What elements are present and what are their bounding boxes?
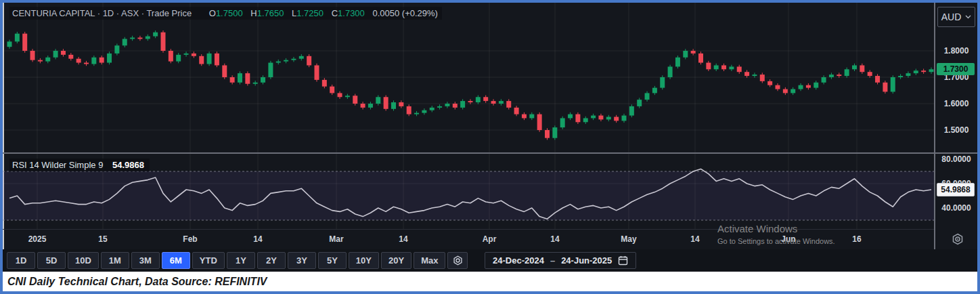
time-axis-label: Jun — [781, 234, 795, 244]
time-axis-label: 15 — [98, 234, 107, 244]
time-axis-label: 2025 — [28, 234, 47, 244]
high-value: 1.7650 — [257, 8, 284, 18]
gear-icon — [952, 233, 964, 245]
low-value: 1.7250 — [296, 8, 324, 18]
rsi-value: 54.9868 — [112, 160, 144, 170]
time-axis-label: 14 — [253, 234, 262, 244]
time-axis-label: 14 — [399, 234, 407, 244]
range-button-5d[interactable]: 5D — [37, 252, 66, 269]
symbol-legend[interactable]: CENTURIA CAPITAL · 1D · ASX · Trade Pric… — [9, 7, 442, 20]
chevron-down-icon — [965, 15, 971, 19]
range-button-10d[interactable]: 10D — [68, 252, 99, 269]
time-axis-label: May — [621, 234, 636, 244]
chart-caption: CNI Daily Technical Chart, Data Source: … — [3, 272, 977, 291]
pane-separator[interactable] — [3, 152, 977, 154]
range-button-20y[interactable]: 20Y — [381, 252, 411, 269]
scale-tick-label: 40.0000 — [935, 203, 977, 213]
range-button-max[interactable]: Max — [414, 252, 445, 269]
change-value: 0.0050 (+0.29%) — [372, 8, 437, 18]
calendar-icon — [618, 255, 628, 266]
high-label: H — [250, 8, 257, 18]
date-dash: – — [550, 255, 555, 266]
rsi-label: RSI 14 Wilder Simple 9 — [12, 160, 103, 170]
date-to: 24-Jun-2025 — [561, 255, 612, 266]
range-button-2y[interactable]: 2Y — [257, 252, 286, 269]
currency-selector[interactable]: AUD — [937, 7, 975, 27]
range-button-ytd[interactable]: YTD — [192, 252, 225, 269]
range-toolbar: 1D5D10D1M3M6MYTD1Y2Y3Y5Y10Y20YMax 24-Dec… — [3, 249, 977, 272]
last-price-badge: 1.7300 — [937, 63, 975, 75]
range-button-10y[interactable]: 10Y — [349, 252, 379, 269]
range-button-1m[interactable]: 1M — [101, 252, 129, 269]
time-axis-label: 14 — [690, 234, 699, 244]
time-axis-label: 16 — [852, 234, 861, 244]
scale-tick-label: 1.6000 — [935, 99, 977, 108]
time-axis[interactable]: 202515Feb14Mar14Apr14May14Jun16 — [3, 229, 934, 249]
time-axis-label: Apr — [483, 234, 497, 244]
time-axis-label: Feb — [183, 234, 197, 244]
open-label: O — [209, 8, 216, 18]
open-value: 1.7500 — [216, 8, 243, 18]
range-button-3y[interactable]: 3Y — [288, 252, 316, 269]
date-range-picker[interactable]: 24-Dec-2024 – 24-Jun-2025 — [485, 252, 636, 269]
symbol-title: CENTURIA CAPITAL · 1D · ASX · Trade Pric… — [12, 8, 192, 18]
scale-settings-gear-icon[interactable] — [950, 232, 966, 247]
scale-tick-label: 80.0000 — [935, 154, 977, 164]
rsi-value-badge: 54.9868 — [937, 183, 975, 196]
range-button-3m[interactable]: 3M — [131, 252, 160, 269]
range-button-1y[interactable]: 1Y — [227, 252, 255, 269]
range-button-6m[interactable]: 6M — [162, 252, 190, 269]
date-from: 24-Dec-2024 — [493, 255, 544, 266]
close-label: C — [332, 8, 338, 18]
close-value: 1.7300 — [338, 8, 365, 18]
rsi-legend[interactable]: RSI 14 Wilder Simple 9 54.9868 — [9, 159, 150, 171]
time-axis-label: 14 — [550, 234, 559, 244]
chart-window: CENTURIA CAPITAL · 1D · ASX · Trade Pric… — [3, 3, 977, 291]
price-chart-canvas[interactable] — [3, 3, 934, 249]
image-frame: CENTURIA CAPITAL · 1D · ASX · Trade Pric… — [0, 0, 980, 294]
scale-tick-label: 1.8000 — [935, 46, 977, 56]
range-button-1d[interactable]: 1D — [7, 252, 35, 269]
currency-label: AUD — [941, 12, 962, 22]
toolbar-settings-gear-icon[interactable] — [447, 252, 468, 269]
time-axis-label: Mar — [329, 234, 343, 244]
range-buttons: 1D5D10D1M3M6MYTD1Y2Y3Y5Y10Y20YMax — [7, 252, 470, 269]
price-scale[interactable]: 1.80001.70001.60001.500080.000060.000040… — [935, 3, 977, 249]
range-button-5y[interactable]: 5Y — [318, 252, 347, 269]
scale-tick-label: 1.5000 — [935, 125, 977, 135]
